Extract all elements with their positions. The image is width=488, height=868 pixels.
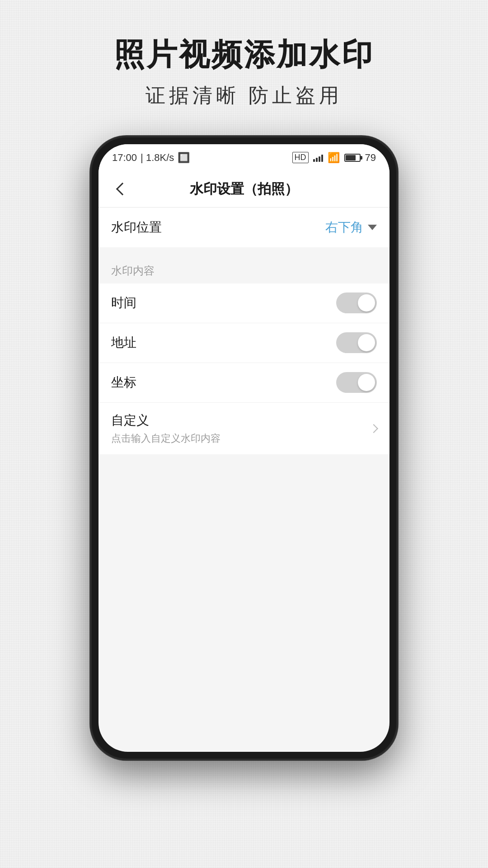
settings-content: 水印位置 右下角 水印内容 时间 <box>99 208 389 454</box>
custom-row-inner: 自定义 点击输入自定义水印内容 <box>111 412 377 445</box>
page-title: 照片视频添加水印 <box>114 36 374 73</box>
address-toggle[interactable] <box>336 332 377 353</box>
phone-mockup: 17:00 | 1.8K/s 🔲 HD 📶 <box>90 136 398 760</box>
page-header: 照片视频添加水印 证据清晰 防止盗用 <box>114 36 374 109</box>
battery-level: 79 <box>365 152 376 164</box>
chevron-right-icon <box>369 424 378 433</box>
coordinate-toggle[interactable] <box>336 372 377 393</box>
app-bar-title: 水印设置（拍照） <box>132 180 356 198</box>
section-header-text: 水印内容 <box>111 264 155 277</box>
watermark-position-section: 水印位置 右下角 <box>99 208 389 247</box>
coordinate-label: 坐标 <box>111 374 136 391</box>
notification-icon: 🔲 <box>178 152 190 164</box>
time-section: 时间 地址 坐标 <box>99 283 389 454</box>
status-left: 17:00 | 1.8K/s 🔲 <box>112 152 190 164</box>
watermark-position-value[interactable]: 右下角 <box>325 219 377 236</box>
address-row: 地址 <box>99 323 389 363</box>
app-bar: 水印设置（拍照） <box>99 171 389 208</box>
custom-hint: 点击输入自定义水印内容 <box>111 432 221 445</box>
time-toggle[interactable] <box>336 292 377 313</box>
dropdown-arrow-icon <box>368 225 377 230</box>
time-row: 时间 <box>99 283 389 323</box>
back-arrow-icon <box>116 183 129 195</box>
hd-badge: HD <box>292 152 309 163</box>
phone-outer: 17:00 | 1.8K/s 🔲 HD 📶 <box>90 136 398 760</box>
battery-icon <box>344 154 361 162</box>
back-button[interactable] <box>109 178 132 200</box>
wifi-icon: 📶 <box>328 152 340 164</box>
speed-display: | 1.8K/s <box>141 152 174 164</box>
phone-inner: 17:00 | 1.8K/s 🔲 HD 📶 <box>99 144 389 752</box>
custom-text-block: 自定义 点击输入自定义水印内容 <box>111 412 221 445</box>
custom-row[interactable]: 自定义 点击输入自定义水印内容 <box>99 403 389 454</box>
page-subtitle: 证据清晰 防止盗用 <box>114 82 374 109</box>
status-bar: 17:00 | 1.8K/s 🔲 HD 📶 <box>99 144 389 171</box>
address-label: 地址 <box>111 334 136 351</box>
toggle-thumb <box>358 334 375 351</box>
watermark-position-text: 右下角 <box>325 219 363 236</box>
watermark-position-label: 水印位置 <box>111 219 162 236</box>
coordinate-row: 坐标 <box>99 363 389 403</box>
watermark-content-header: 水印内容 <box>99 255 389 283</box>
time-display: 17:00 <box>112 152 137 164</box>
custom-title: 自定义 <box>111 412 221 429</box>
status-right: HD 📶 79 <box>292 152 376 164</box>
watermark-position-row[interactable]: 水印位置 右下角 <box>99 208 389 247</box>
signal-icon <box>313 154 323 162</box>
toggle-thumb <box>358 294 375 311</box>
time-label: 时间 <box>111 294 136 311</box>
toggle-thumb <box>358 374 375 391</box>
